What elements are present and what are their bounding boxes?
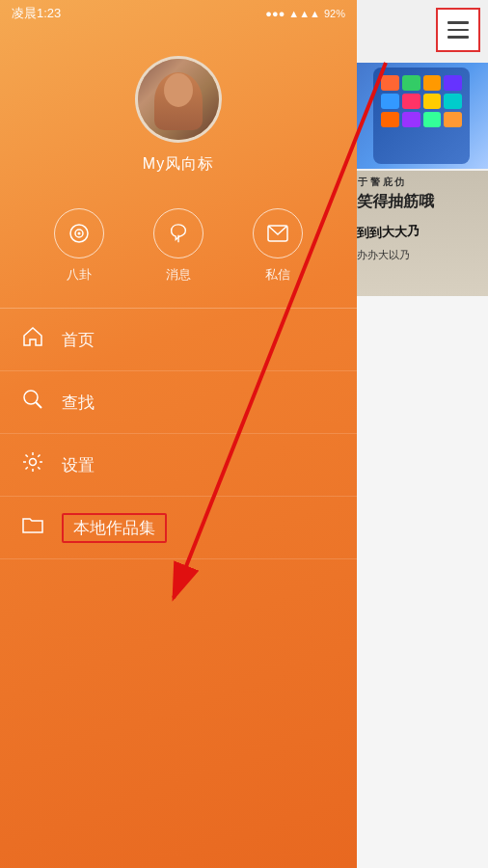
menu-local-works-label: 本地作品集 xyxy=(62,513,167,543)
menu-item-settings[interactable]: 设置 xyxy=(0,434,357,497)
right-card-bottom: 于 警 庇 仂 笑得抽筋哦 到到大大乃 办办大以乃 xyxy=(355,171,488,296)
menu-item-local-works[interactable]: 本地作品集 xyxy=(0,497,357,559)
profile-section: My风向标 xyxy=(0,27,357,194)
signal-icon: ▲▲▲ xyxy=(288,8,320,19)
battery-text: 92% xyxy=(324,8,345,19)
menu-item-home[interactable]: 首页 xyxy=(0,309,357,371)
action-dm-label: 私信 xyxy=(265,266,290,284)
folder-icon xyxy=(19,515,46,540)
status-icons: ●●● ▲▲▲ 92% xyxy=(265,8,345,19)
message-icon-circle xyxy=(153,208,203,258)
status-time: 凌晨1:23 xyxy=(12,5,61,22)
svg-point-2 xyxy=(77,232,80,235)
svg-point-5 xyxy=(24,391,38,404)
hamburger-line-3 xyxy=(447,36,469,39)
action-gossip-label: 八卦 xyxy=(67,266,92,284)
gossip-icon-circle xyxy=(54,208,104,258)
wifi-icon: ●●● xyxy=(265,8,285,19)
hamburger-line-1 xyxy=(447,21,469,24)
action-message-label: 消息 xyxy=(166,266,191,284)
username: My风向标 xyxy=(143,154,214,175)
menu-search-label: 查找 xyxy=(62,392,95,414)
hamburger-line-2 xyxy=(447,29,469,32)
right-panel-empty xyxy=(355,296,488,868)
dm-icon-circle xyxy=(253,208,303,258)
avatar[interactable] xyxy=(135,56,222,143)
right-panel: 于 警 庇 仂 笑得抽筋哦 到到大大乃 办办大以乃 xyxy=(355,0,488,868)
menu-item-search[interactable]: 查找 xyxy=(0,371,357,434)
menu-settings-label: 设置 xyxy=(62,454,95,476)
top-card-image xyxy=(355,63,488,169)
status-bar: 凌晨1:23 ●●● ▲▲▲ 92% xyxy=(0,0,357,27)
svg-line-6 xyxy=(36,402,41,408)
svg-point-7 xyxy=(30,459,37,466)
home-icon xyxy=(19,326,46,353)
settings-icon xyxy=(19,451,46,478)
action-message[interactable]: 消息 xyxy=(153,208,203,284)
avatar-image xyxy=(138,59,219,140)
right-card-top xyxy=(355,63,488,169)
hamburger-button[interactable] xyxy=(436,8,480,52)
search-icon xyxy=(19,389,46,416)
action-dm[interactable]: 私信 xyxy=(253,208,303,284)
menu-home-label: 首页 xyxy=(62,329,95,351)
action-gossip[interactable]: 八卦 xyxy=(54,208,104,284)
quick-actions: 八卦 消息 私信 xyxy=(0,194,357,308)
sidebar: 凌晨1:23 ●●● ▲▲▲ 92% My风向标 八卦 xyxy=(0,0,357,868)
menu-list: 首页 查找 设置 xyxy=(0,309,357,559)
